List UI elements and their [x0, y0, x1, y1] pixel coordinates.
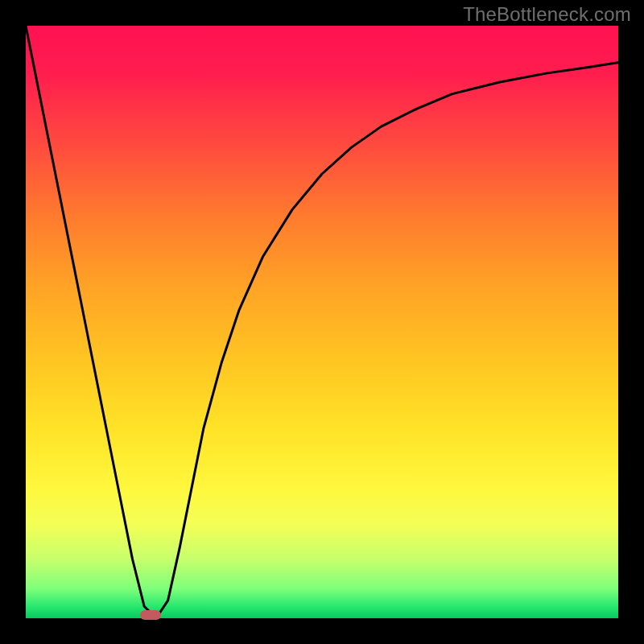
bottleneck-curve: [26, 26, 618, 618]
watermark-text: TheBottleneck.com: [463, 3, 631, 26]
chart-frame: TheBottleneck.com: [0, 0, 644, 644]
minimum-marker: [140, 610, 161, 620]
plot-area: [26, 26, 618, 618]
